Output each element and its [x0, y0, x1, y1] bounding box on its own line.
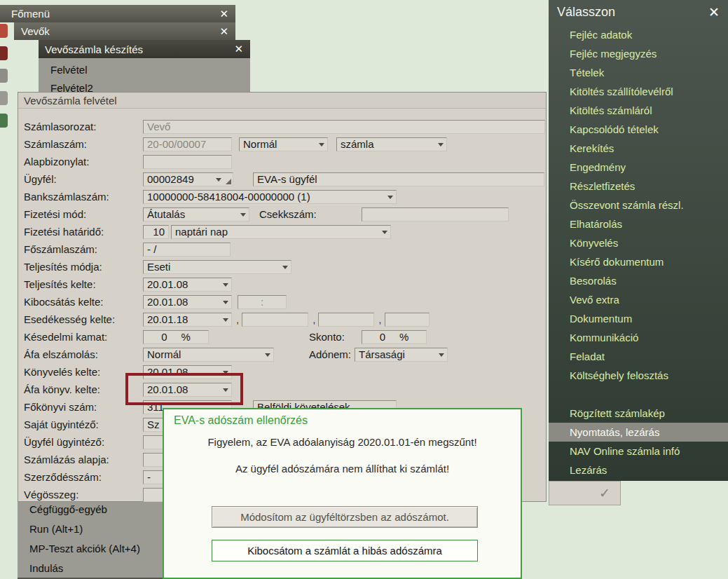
panel-item-dokumentum[interactable]: Dokumentum: [549, 309, 728, 328]
chevron-down-icon[interactable]: [439, 353, 444, 357]
toolbar-icon[interactable]: [0, 46, 8, 60]
chevron-down-icon[interactable]: [265, 353, 270, 357]
keszites-titlebar[interactable]: Vevőszámla készítés ✕: [39, 40, 250, 58]
adonem-dropdown[interactable]: Társasági: [355, 348, 448, 362]
esedekesseg-extra-field-3[interactable]: [385, 313, 430, 327]
panel-item-besorolas[interactable]: Besorolás: [549, 271, 728, 290]
close-icon[interactable]: ✕: [219, 25, 228, 38]
panel-item-fejlec-adatok[interactable]: Fejléc adatok: [549, 25, 728, 44]
chevron-down-icon[interactable]: [223, 283, 228, 287]
foszamlaszam-field[interactable]: - /: [143, 243, 231, 257]
szamlasorozat-field[interactable]: Vevő: [143, 120, 545, 134]
field-value: 311: [147, 401, 164, 413]
alapbizonylat-field[interactable]: [143, 155, 232, 169]
form-titlebar[interactable]: Vevőszámla felvétel: [18, 93, 546, 109]
toolbar-icon[interactable]: [0, 114, 8, 128]
esedekesseg-kelte-dropdown[interactable]: 20.01.18: [143, 313, 232, 327]
toolbar-icon[interactable]: [0, 91, 8, 105]
panel-item-reszletfizetes[interactable]: Részletfizetés: [549, 177, 728, 196]
chevron-down-icon[interactable]: [382, 231, 387, 234]
toolbar-icon[interactable]: [0, 24, 8, 38]
row-foszamlaszam: Főszámlaszám: - /: [18, 240, 546, 258]
panel-item-osszevont-szamla[interactable]: Összevont számla részl.: [549, 196, 728, 214]
close-icon[interactable]: ✕: [234, 43, 243, 55]
csekkszam-label: Csekkszám:: [259, 208, 317, 220]
field-label: Áfa elszámolás:: [24, 348, 143, 360]
szamlaszam-field[interactable]: 20-00/00007: [143, 137, 232, 151]
field-label: Teljesítés módja:: [24, 261, 143, 273]
panel-item-fejlec-megjegyzes[interactable]: Fejléc megjegyzés: [549, 44, 728, 63]
keszites-menu: Felvétel Felvétel2: [39, 58, 250, 92]
chevron-down-icon[interactable]: [223, 301, 228, 304]
afa-elszamolas-dropdown[interactable]: Normál: [143, 348, 274, 362]
ok-button[interactable]: ✓: [549, 481, 621, 505]
panel-item-engedmeny[interactable]: Engedmény: [549, 158, 728, 177]
close-icon[interactable]: ✕: [708, 4, 720, 20]
lookup-grip-icon[interactable]: [226, 179, 231, 184]
kesedelmi-kamat-field[interactable]: 0 %: [143, 330, 209, 344]
fomenu-titlebar[interactable]: Főmenü ✕: [0, 5, 235, 22]
menu-item-felvetel2[interactable]: Felvétel2: [39, 79, 250, 92]
close-icon[interactable]: ✕: [219, 8, 228, 20]
ugyfel-name-field[interactable]: EVA-s ügyfél: [253, 172, 544, 186]
field-value: Eseti: [147, 261, 170, 273]
field-label: Számlasorozat:: [24, 121, 143, 132]
chevron-down-icon[interactable]: [319, 143, 324, 147]
fizetesi-mod-dropdown[interactable]: Átutalás: [143, 207, 249, 222]
teljesites-modja-dropdown[interactable]: Eseti: [143, 260, 291, 274]
panel-item-vevo-extra[interactable]: Vevő extra: [549, 290, 728, 309]
kibocsatas-time-field[interactable]: :: [238, 295, 287, 309]
bankszamla-dropdown[interactable]: 10000000-58418004-00000000 (1): [143, 190, 397, 204]
modify-taxnumber-button[interactable]: Módosítom az ügyféltörzsben az adószámot…: [212, 506, 478, 528]
panel-item-nyomtatas-lezaras[interactable]: Nyomtatás, lezárás: [549, 423, 728, 442]
row-ugyfel: Ügyfél: 00002849 EVA-s ügyfél: [18, 170, 546, 188]
panel-item-konyveles[interactable]: Könyvelés: [549, 233, 728, 252]
field-value: 20.01.08: [147, 278, 188, 290]
toolbar-icon[interactable]: [0, 69, 8, 83]
chevron-down-icon[interactable]: [223, 318, 228, 322]
field-label: Számlázás alapja:: [24, 454, 143, 465]
panel-item-kisero-dokumentum[interactable]: Kísérő dokumentum: [549, 252, 728, 271]
panel-item-kapcsolodo-tetelek[interactable]: Kapcsolódó tételek: [549, 120, 728, 139]
field-value: - /: [147, 243, 156, 255]
field-value: Sz: [147, 418, 160, 430]
menu-item-felvetel[interactable]: Felvétel: [39, 60, 250, 79]
konyveles-kelte-dropdown[interactable]: 20.01.08: [143, 365, 232, 379]
issue-invoice-button[interactable]: Kibocsátom a számlát a hibás adószámra: [212, 540, 478, 561]
row-fizetesi-mod: Fizetési mód: Átutalás Csekkszám:: [18, 205, 546, 223]
panel-item-kommunikacio[interactable]: Kommunikáció: [549, 328, 728, 347]
chevron-down-icon[interactable]: [240, 213, 246, 217]
panel-item-elhatarolas[interactable]: Elhatárolás: [549, 214, 728, 233]
kibocsatas-kelte-dropdown[interactable]: 20.01.08: [143, 295, 232, 309]
chevron-down-icon[interactable]: [216, 178, 221, 182]
chevron-down-icon[interactable]: [387, 196, 393, 199]
teljesites-kelte-dropdown[interactable]: 20.01.08: [143, 278, 232, 292]
hatarido-unit-dropdown[interactable]: naptári nap: [171, 225, 391, 239]
panel-item-koltseghely-felosztas[interactable]: Költséghely felosztás: [549, 366, 728, 385]
panel-item-kerekites[interactable]: Kerekítés: [549, 139, 728, 158]
panel-item-nav-online-szamla-info[interactable]: NAV Online számla infó: [549, 442, 728, 461]
hatarido-days-field[interactable]: 10: [143, 225, 169, 239]
chevron-down-icon[interactable]: [223, 371, 228, 374]
szamlaszam-kind-dropdown[interactable]: Normál: [239, 137, 328, 151]
field-label: Fizetési mód:: [24, 208, 143, 220]
field-label: Számlaszám:: [24, 138, 143, 150]
panel-item-tetelek[interactable]: Tételek: [549, 63, 728, 82]
panel-item-rogzitett-szamlakep[interactable]: Rögzített számlakép: [549, 404, 728, 423]
szamlaszam-doc-dropdown[interactable]: számla: [336, 137, 447, 151]
chevron-down-icon[interactable]: [438, 143, 444, 147]
panel-item-lezaras[interactable]: Lezárás: [549, 461, 728, 479]
panel-item-kitoltes-szallitolevelrol[interactable]: Kitöltés szállítólevélről: [549, 82, 728, 101]
chevron-down-icon[interactable]: [223, 388, 228, 392]
esedekesseg-extra-field-2[interactable]: [318, 313, 374, 327]
skonto-field[interactable]: 0 %: [362, 330, 427, 344]
chevron-down-icon[interactable]: [282, 266, 288, 269]
afa-konyv-kelte-dropdown[interactable]: 20.01.08: [143, 383, 232, 397]
vevok-titlebar[interactable]: Vevők ✕: [14, 22, 235, 40]
csekkszam-field[interactable]: [362, 207, 509, 222]
panel-item-feladat[interactable]: Feladat: [549, 347, 728, 366]
eva-warning-dialog: EVA-s adószám ellenőrzés Figyelem, az EV…: [163, 408, 522, 579]
ugyfel-combo[interactable]: 00002849: [143, 172, 233, 186]
esedekesseg-extra-field-1[interactable]: [242, 313, 308, 327]
panel-item-kitoltes-szamlarol[interactable]: Kitöltés számláról: [549, 101, 728, 120]
